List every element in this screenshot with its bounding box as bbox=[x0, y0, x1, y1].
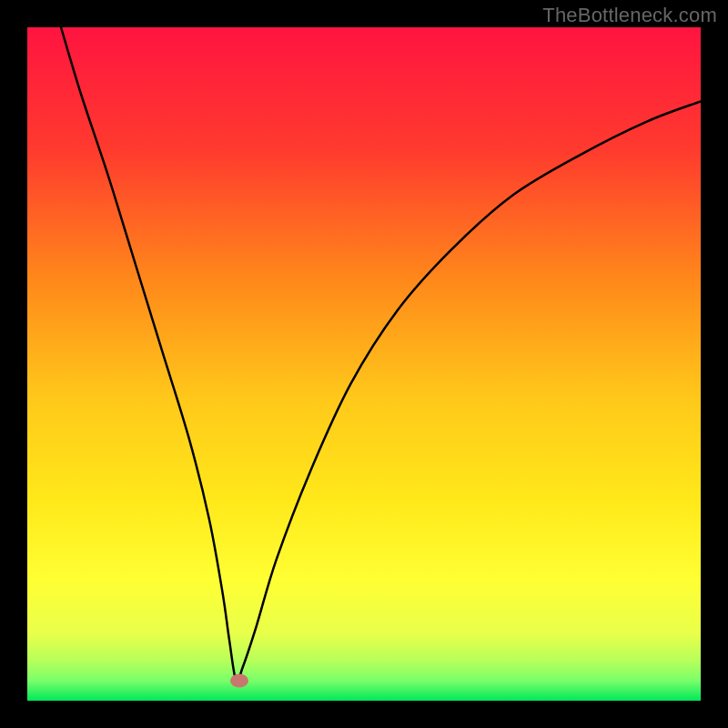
bottleneck-curve bbox=[27, 27, 701, 701]
plot-area bbox=[27, 27, 701, 701]
chart-container: TheBottleneck.com bbox=[0, 0, 728, 728]
minimum-marker bbox=[230, 673, 248, 687]
watermark-label: TheBottleneck.com bbox=[542, 4, 717, 27]
